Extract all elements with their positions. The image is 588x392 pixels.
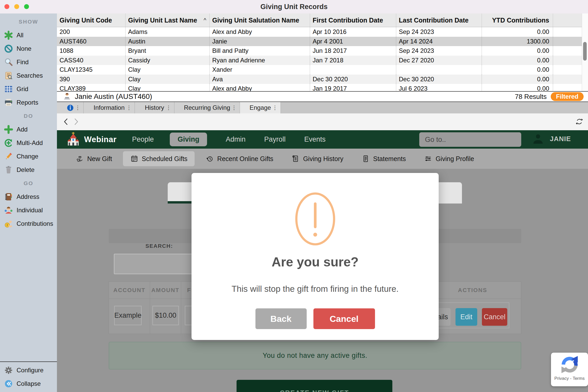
table-row[interactable]: 200AdamsAlex and AbbyApr 10 2016Sep 24 2… — [57, 27, 582, 37]
table-cell-filler — [553, 37, 582, 46]
filtered-badge[interactable]: Filtered — [551, 92, 584, 101]
tab-recurring-giving[interactable]: Recurring Giving⋮ — [174, 102, 240, 113]
search-input[interactable] — [114, 254, 201, 274]
sidebar-section-label: GO — [0, 177, 57, 190]
coin-hand-icon — [4, 219, 13, 228]
recaptcha-links[interactable]: Privacy - Terms — [551, 376, 588, 381]
confirm-dialog: Are you sure? This will stop the gift fr… — [192, 173, 439, 340]
recaptcha-badge[interactable]: Privacy - Terms — [551, 353, 588, 386]
tab-history[interactable]: History⋮ — [135, 102, 174, 113]
scrollbar-thumb[interactable] — [583, 42, 587, 61]
giving-history-icon — [291, 155, 300, 163]
edit-button[interactable]: Edit — [455, 308, 477, 326]
subnav-item-new-gift[interactable]: New Gift — [68, 151, 119, 166]
tab-info[interactable]: ⋮ — [57, 102, 84, 113]
confirm-cancel-button[interactable]: Cancel — [313, 308, 375, 329]
table-cell: AUST460 — [57, 37, 125, 46]
table-row[interactable]: 1088BryantBill and PattyJun 18 2017Sep 2… — [57, 46, 582, 56]
tab-label: Engage — [249, 104, 271, 111]
column-header-giving-unit-last-name[interactable]: Giving Unit Last Name^ — [125, 13, 209, 27]
trash-icon — [4, 165, 13, 175]
column-header-giving-unit-code[interactable]: Giving Unit Code — [57, 13, 125, 27]
site-brand[interactable]: Webinar — [84, 135, 116, 144]
table-row[interactable]: CASS40CassidyRyan and AdrienneJan 7 2018… — [57, 56, 582, 65]
column-header-last-contribution-date[interactable]: Last Contribution Date — [396, 13, 482, 27]
sidebar-item-none[interactable]: None — [0, 42, 57, 55]
tab-menu-dots[interactable]: ⋮ — [272, 105, 278, 111]
sidebar-item-multi-add[interactable]: Multi-Add — [0, 136, 57, 150]
column-header-account: ACCOUNT — [109, 282, 150, 299]
sidebar-item-configure[interactable]: Configure — [0, 364, 57, 377]
table-cell: Janie — [209, 37, 310, 46]
sidebar-item-individual[interactable]: Individual — [0, 204, 57, 217]
minimize-window-button[interactable] — [14, 4, 19, 9]
subnav-item-label: Recent Online Gifts — [217, 155, 273, 163]
sidebar-item-find[interactable]: Find — [0, 55, 57, 69]
tab-information[interactable]: Information⋮ — [84, 102, 135, 113]
table-row[interactable]: AUST460AustinJanieApr 4 2001Apr 14 20241… — [57, 37, 582, 46]
user-name: JANIE — [550, 135, 571, 143]
tab-menu-dots[interactable]: ⋮ — [126, 105, 132, 111]
table-cell: 1300.00 — [482, 37, 553, 46]
sidebar-item-label: Configure — [17, 367, 43, 374]
sidebar-item-collapse[interactable]: Collapse — [0, 377, 57, 390]
subnav-item-label: Statements — [373, 155, 406, 163]
column-header-ytd-contributions[interactable]: YTD Contributions — [482, 13, 553, 27]
tab-menu-dots[interactable]: ⋮ — [231, 105, 237, 111]
table-scrollbar[interactable] — [582, 13, 588, 91]
grid-icon — [4, 84, 13, 94]
sidebar-item-reports[interactable]: Reports — [0, 96, 57, 109]
nav-item-events[interactable]: Events — [304, 135, 326, 143]
subnav-item-giving-profile[interactable]: Giving Profile — [417, 151, 481, 166]
sidebar-item-add[interactable]: Add — [0, 123, 57, 136]
tab-menu-dots[interactable]: ⋮ — [75, 105, 80, 111]
pencil-icon — [4, 152, 13, 161]
subnav-item-scheduled-gifts[interactable]: Scheduled Gifts — [123, 151, 195, 166]
no-active-gifts-message: You do not have any active gifts. — [109, 342, 521, 369]
table-cell: Clay — [125, 65, 209, 75]
refresh-icon[interactable] — [575, 118, 583, 126]
table-row[interactable]: CLAY12345ClayXander0.00 — [57, 65, 582, 75]
sidebar-item-all[interactable]: All — [0, 28, 57, 42]
statements-icon — [362, 155, 370, 163]
sidebar-item-contributions[interactable]: Contributions — [0, 217, 57, 230]
sidebar-item-label: Searches — [17, 72, 43, 79]
zoom-window-button[interactable] — [24, 4, 29, 9]
subnav-item-recent-online-gifts[interactable]: Recent Online Gifts — [198, 151, 281, 166]
back-button[interactable]: Back — [255, 308, 307, 329]
table-cell: Ryan and Adrienne — [209, 56, 310, 65]
tab-menu-dots[interactable]: ⋮ — [166, 105, 171, 111]
sidebar-item-change[interactable]: Change — [0, 150, 57, 163]
nav-item-payroll[interactable]: Payroll — [264, 135, 286, 143]
subnav-item-statements[interactable]: Statements — [354, 151, 413, 166]
sidebar-item-label: Grid — [17, 85, 28, 93]
column-header-giving-unit-salutation-name[interactable]: Giving Unit Salutation Name — [209, 13, 310, 27]
sidebar-item-address[interactable]: Address — [0, 190, 57, 204]
sidebar-item-label: All — [17, 32, 24, 39]
person-icon — [4, 206, 13, 215]
subnav-item-giving-history[interactable]: Giving History — [284, 151, 351, 166]
sidebar-item-grid[interactable]: Grid — [0, 82, 57, 96]
cancel-gift-button[interactable]: Cancel — [482, 308, 507, 326]
create-new-gift-button[interactable]: CREATE NEW GIFT — [237, 380, 392, 392]
table-row[interactable]: CLAY389ClayAlex and AbbyJan 19 2017Jul 6… — [57, 84, 582, 91]
sidebar-item-label: Address — [17, 193, 39, 200]
user-menu[interactable]: JANIE — [532, 134, 571, 144]
tab-engage[interactable]: Engage⋮ — [240, 102, 281, 113]
sidebar-item-label: Individual — [17, 207, 43, 214]
table-row[interactable]: 390ClayAvaDec 30 2020Dec 30 20200.00 — [57, 75, 582, 84]
goto-input[interactable] — [419, 132, 521, 147]
nav-item-giving[interactable]: Giving — [170, 133, 207, 146]
nav-item-people[interactable]: People — [132, 135, 154, 143]
back-arrow-icon[interactable] — [64, 117, 68, 126]
close-window-button[interactable] — [4, 4, 9, 9]
sidebar-item-searches[interactable]: Searches — [0, 69, 57, 82]
window-titlebar: Giving Unit Records — [0, 0, 588, 14]
table-cell-filler — [553, 56, 582, 65]
multi-add-icon — [4, 138, 13, 148]
sidebar-item-delete[interactable]: Delete — [0, 163, 57, 177]
column-header-actions: ACTIONS — [435, 282, 510, 299]
column-header-first-contribution-date[interactable]: First Contribution Date — [310, 13, 396, 27]
forward-arrow-icon[interactable] — [74, 117, 78, 126]
nav-item-admin[interactable]: Admin — [226, 135, 246, 143]
